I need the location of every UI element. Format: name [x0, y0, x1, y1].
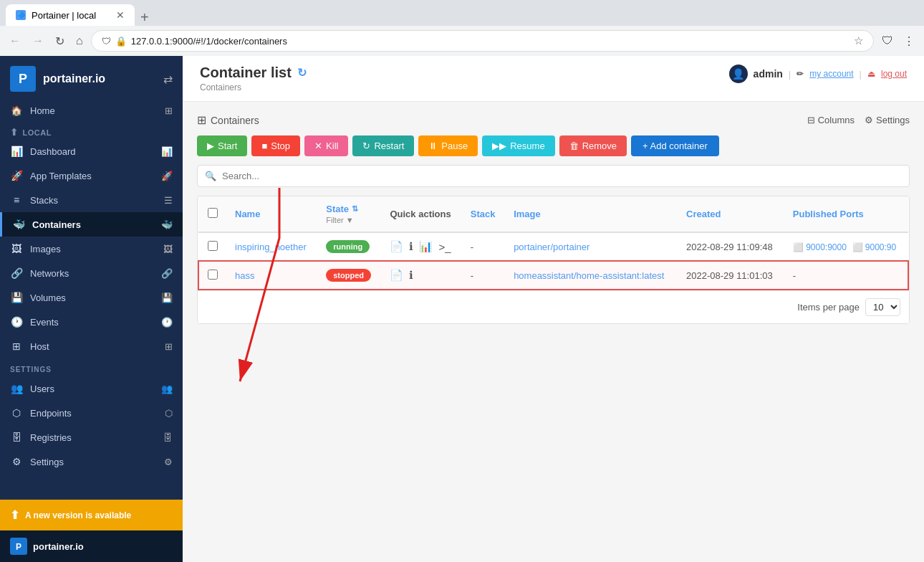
row2-inspect-icon[interactable]: ℹ: [409, 269, 413, 282]
row1-status-badge: running: [326, 240, 370, 253]
menu-button[interactable]: ⋮: [900, 33, 918, 49]
sidebar-item-registries[interactable]: 🗄 Registries 🗄: [0, 425, 183, 449]
bookmark-icon[interactable]: ☆: [854, 34, 863, 47]
home-button[interactable]: ⌂: [72, 33, 87, 49]
update-icon: ⬆: [10, 508, 19, 522]
address-text: 127.0.0.1:9000/#!/1/docker/containers: [131, 36, 287, 47]
registries-nav-icon: 🗄: [163, 432, 173, 443]
row1-checkbox[interactable]: [208, 241, 218, 251]
add-container-button[interactable]: + Add container: [631, 135, 719, 156]
remove-button[interactable]: 🗑 Remove: [559, 135, 627, 156]
sidebar-item-endpoints[interactable]: ⬡ Endpoints ⬡: [0, 401, 183, 425]
pause-label: Pause: [441, 140, 468, 151]
row1-logs-icon[interactable]: 📄: [390, 240, 403, 253]
breadcrumb-text: Containers: [200, 82, 241, 92]
sidebar-item-stacks-label: Stacks: [30, 195, 58, 206]
sidebar-item-endpoints-label: Endpoints: [30, 408, 72, 419]
sidebar-item-stacks[interactable]: ≡ Stacks ☰: [0, 188, 183, 212]
stacks-nav-icon: ☰: [164, 195, 173, 206]
containers-nav-icon: 🐳: [161, 219, 173, 230]
new-tab-button[interactable]: +: [135, 9, 155, 26]
resume-icon: ▶▶: [492, 140, 506, 151]
table-header-row: Name State ⇅ Filter: [198, 196, 908, 232]
sidebar-item-volumes[interactable]: 💾 Volumes 💾: [0, 285, 183, 310]
name-column-header[interactable]: Name: [226, 196, 317, 232]
forward-button[interactable]: →: [29, 33, 47, 49]
state-column-header: State ⇅ Filter ▼: [317, 196, 381, 232]
sidebar-item-host[interactable]: ⊞ Host ⊞: [0, 334, 183, 358]
pause-button[interactable]: ⏸ Pause: [418, 135, 478, 156]
refresh-icon[interactable]: ↻: [297, 66, 307, 80]
back-button[interactable]: ←: [6, 33, 24, 49]
sidebar: P portainer.io ⇄ 🏠 Home ⊞ ⬆ LOCAL 📊 Dash…: [0, 56, 183, 562]
row2-checkbox-cell[interactable]: [198, 261, 226, 290]
row2-image-link[interactable]: homeassistant/home-assistant:latest: [514, 270, 664, 281]
row1-port1-link[interactable]: ⬜ 9000:9000: [793, 242, 847, 252]
reload-button[interactable]: ↻: [52, 33, 68, 49]
select-all-checkbox[interactable]: [208, 208, 218, 218]
state-column-label: State: [326, 204, 349, 214]
env-transfer-icon: ⬆: [10, 127, 19, 138]
stop-button[interactable]: ■ Stop: [251, 135, 300, 156]
row1-console-icon[interactable]: >_: [438, 241, 451, 253]
sidebar-item-settings[interactable]: ⚙ Settings ⚙: [0, 449, 183, 474]
start-icon: ▶: [207, 140, 214, 151]
published-ports-column-header[interactable]: Published Ports: [784, 196, 908, 232]
columns-button[interactable]: ⊟ Columns: [807, 115, 855, 125]
home-nav-icon: ⊞: [165, 105, 173, 116]
stack-column-label: Stack: [471, 209, 496, 219]
my-account-link[interactable]: my account: [809, 69, 853, 79]
search-icon: 🔍: [205, 171, 216, 181]
extension-button[interactable]: 🛡: [878, 33, 897, 49]
my-account-icon: ✏: [797, 69, 804, 79]
filter-icon[interactable]: ▼: [346, 216, 354, 224]
row1-name-link[interactable]: inspiring_noether: [235, 242, 307, 252]
start-button[interactable]: ▶ Start: [197, 135, 247, 156]
row2-checkbox[interactable]: [208, 270, 218, 280]
row2-logs-icon[interactable]: 📄: [390, 269, 403, 282]
kill-button[interactable]: ✕ Kill: [304, 135, 348, 156]
sidebar-transfer-icon[interactable]: ⇄: [163, 72, 173, 86]
row1-image-link[interactable]: portainer/portainer: [514, 242, 589, 252]
search-input[interactable]: [222, 171, 902, 181]
resume-label: Resume: [510, 140, 544, 151]
sidebar-env-header: ⬆ LOCAL: [0, 123, 183, 139]
browser-tab[interactable]: 🔷 Portainer | local ✕: [6, 4, 135, 26]
row1-checkbox-cell[interactable]: [198, 232, 226, 261]
networks-nav-icon: 🔗: [161, 268, 173, 279]
sidebar-item-dashboard[interactable]: 📊 Dashboard 📊: [0, 139, 183, 163]
sort-icon[interactable]: ⇅: [352, 204, 358, 214]
sidebar-item-users[interactable]: 👥 Users 👥: [0, 376, 183, 401]
tab-close-icon[interactable]: ✕: [116, 9, 125, 21]
created-column-header[interactable]: Created: [678, 196, 784, 232]
row2-created-cell: 2022-08-29 11:01:03: [678, 261, 784, 290]
sidebar-item-images[interactable]: 🖼 Images 🖼: [0, 237, 183, 261]
restart-button[interactable]: ↻ Restart: [352, 135, 414, 156]
sidebar-item-registries-label: Registries: [30, 432, 72, 443]
sidebar-item-networks[interactable]: 🔗 Networks 🔗: [0, 261, 183, 285]
resume-button[interactable]: ▶▶ Resume: [482, 135, 554, 156]
per-page-select[interactable]: 10 25 50: [865, 298, 900, 316]
published-ports-label: Published Ports: [793, 209, 864, 219]
sidebar-logo[interactable]: P portainer.io ⇄: [0, 56, 183, 99]
sidebar-item-app-templates[interactable]: 🚀 App Templates 🚀: [0, 163, 183, 188]
sidebar-item-containers-label: Containers: [32, 219, 81, 230]
image-column-header[interactable]: Image: [505, 196, 678, 232]
row1-port2-link[interactable]: ⬜ 9000:90: [852, 242, 897, 252]
update-banner[interactable]: ⬆ A new version is available: [0, 500, 183, 530]
row1-inspect-icon[interactable]: ℹ: [409, 240, 413, 253]
sidebar-item-events[interactable]: 🕐 Events 🕐: [0, 310, 183, 334]
sidebar-item-home[interactable]: 🏠 Home ⊞: [0, 99, 183, 123]
checkbox-column-header: [198, 196, 226, 232]
table-settings-button[interactable]: ⚙ Settings: [865, 115, 910, 125]
address-bar[interactable]: 🛡 🔒 127.0.0.1:9000/#!/1/docker/container…: [91, 30, 874, 52]
sidebar-item-containers[interactable]: 🐳 Containers 🐳: [0, 212, 183, 237]
sidebar-logo-text: portainer.io: [43, 72, 105, 85]
row2-name-link[interactable]: hass: [235, 270, 254, 281]
start-label: Start: [218, 140, 237, 151]
log-out-link[interactable]: log out: [881, 69, 907, 79]
volumes-nav-icon: 💾: [161, 292, 173, 303]
tab-favicon: 🔷: [16, 10, 26, 20]
row1-stats-icon[interactable]: 📊: [419, 240, 433, 253]
stack-column-header[interactable]: Stack: [462, 196, 505, 232]
